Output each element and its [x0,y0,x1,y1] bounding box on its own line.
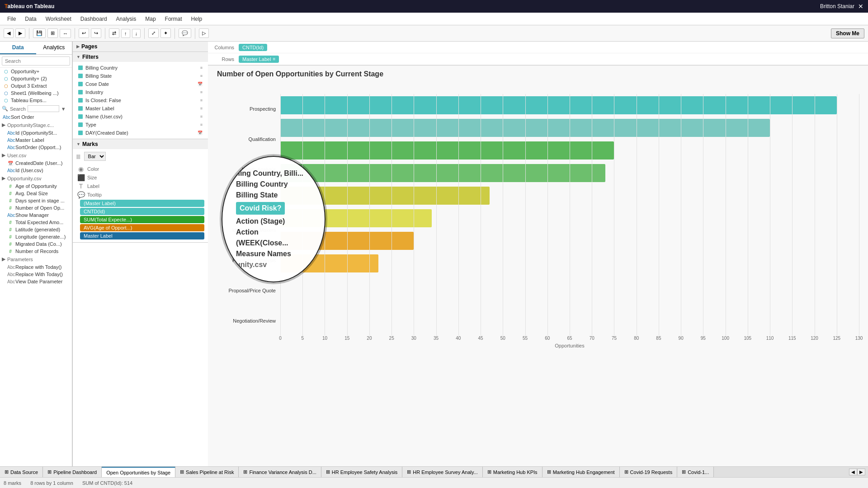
marks-pill-master-label-2[interactable]: Master Label [80,232,204,239]
filter-type[interactable]: Type ≡ [76,121,204,129]
ds-output-3[interactable]: ⬡ Output 3 Extract [0,82,72,89]
menu-dashboard[interactable]: Dashboard [77,15,111,23]
measure-num-records[interactable]: # Number of Records [0,248,72,255]
toolbar-fit[interactable]: ⤢ [148,28,159,38]
dim-master-label[interactable]: Abc Master Label [0,136,72,144]
ds-opportunity-plus-2[interactable]: ⬡ Opportunity+ (2) [0,75,72,82]
menu-data[interactable]: Data [21,15,40,23]
marks-pill-avg-age[interactable]: AVG(Age of Opport...) [80,224,204,231]
chart-bar[interactable] [280,232,414,250]
chart-bar[interactable] [280,187,490,205]
show-me-button[interactable]: Show Me [831,28,864,38]
filter-master-label[interactable]: Master Label ≡ [76,104,204,113]
param-3[interactable]: Abc View Date Parameter [0,278,72,285]
tab-data[interactable]: Data [0,42,36,54]
menu-format[interactable]: Format [161,15,186,23]
user-created-date[interactable]: 📅 CreatedDate (User...) [0,160,72,167]
filter-day-created[interactable]: DAY(Created Date) 📅 [76,129,204,137]
marks-header[interactable]: ▼ Marks [73,139,208,149]
measure-avg-deal[interactable]: # Avg. Deal Size [0,190,72,197]
filter-is-closed[interactable]: Is Closed: False ≡ [76,96,204,104]
dim-sort-order[interactable]: Abc Sort Order [0,113,72,121]
toolbar-forward[interactable]: ▶ [15,28,25,38]
ds-tableau-emps[interactable]: ⬡ Tableau Emps... [0,97,72,104]
tab-open-opps[interactable]: Open Opportunities by Stage [102,467,175,477]
toolbar-back[interactable]: ◀ [4,28,14,38]
tab-pipeline-dashboard[interactable]: ⊞ Pipeline Dashboard [43,467,102,477]
tab-covid-requests[interactable]: ⊞ Covid-19 Requests [620,467,678,477]
tab-analytics[interactable]: Analytics [36,42,72,54]
marks-type-select[interactable]: Bar [84,152,106,161]
filters-header[interactable]: ▼ Filters [73,52,208,62]
tab-sales-pipeline[interactable]: ⊞ Sales Pipeline at Risk [175,467,239,477]
tab-mktg-engagement[interactable]: ⊞ Marketing Hub Engagement [542,467,620,477]
chart-bar[interactable] [280,119,770,137]
tab-mktg-kpis[interactable]: ⊞ Marketing Hub KPIs [483,467,542,477]
section-params[interactable]: ▶ Parameters [0,255,72,263]
ds-opportunity-plus[interactable]: ⬡ Opportunity+ [0,68,72,75]
bar-row[interactable] [280,230,859,252]
menu-map[interactable]: Map [142,15,159,23]
menu-file[interactable]: File [4,15,19,23]
toolbar-connect[interactable]: ↔ [60,29,71,38]
measure-age[interactable]: # Age of Opportunity [0,183,72,190]
param-2[interactable]: Abc Replace With Today() [0,271,72,278]
tab-scroll-right[interactable]: ▶ [857,469,865,475]
bar-row[interactable] [280,117,859,139]
tab-data-source[interactable]: ⊞ Data Source [0,467,43,477]
menu-analysis[interactable]: Analysis [113,15,140,23]
bar-row[interactable] [280,94,859,117]
filter-name-user[interactable]: Name (User.csv) ≡ [76,113,204,121]
menu-worksheet[interactable]: Worksheet [42,15,75,23]
marks-pill-cntd[interactable]: CNTD(Id) [80,208,204,215]
search-section-header[interactable]: 🔍 Search ▼ [0,104,72,113]
pages-header[interactable]: ▶ Pages [73,42,208,52]
filter-billing-state[interactable]: Billing State ≡ [76,72,204,80]
measure-lon[interactable]: # Longitude (generate...) [0,233,72,240]
tab-finance[interactable]: ⊞ Finance Variance Analysis D... [239,467,321,477]
ds-sheet1[interactable]: ⬡ Sheet1 (Wellbeing ...) [0,89,72,97]
section-opp-stage[interactable]: ▶ OpportunityStage.c... [0,121,72,129]
toolbar-new-ds[interactable]: ⊞ [47,28,58,38]
measure-num-open[interactable]: # Number of Open Op... [0,204,72,211]
chart-bar[interactable] [280,209,432,227]
toolbar-sort-asc[interactable]: ↑ [121,29,130,38]
menu-help[interactable]: Help [188,15,206,23]
chart-bar[interactable] [280,164,605,182]
toolbar-swap[interactable]: ⇄ [109,28,119,38]
close-button[interactable]: ✕ [858,3,863,10]
filter-search-input[interactable] [28,105,59,112]
measure-days-spent[interactable]: # Days spent in stage ... [0,197,72,204]
filter-billing-country[interactable]: Billing Country ≡ [76,64,204,72]
user-id[interactable]: Abc Id (User.csv) [0,167,72,174]
toolbar-sort-desc[interactable]: ↓ [132,29,141,38]
bar-row[interactable] [280,139,859,162]
tab-hr-safety[interactable]: ⊞ HR Employee Safety Analysis [321,467,403,477]
search-input[interactable] [2,56,70,66]
section-opp-csv[interactable]: ▶ Opportunity.csv [0,174,72,183]
bar-row[interactable] [280,252,859,275]
rows-pill[interactable]: Master Label ≡ [239,56,279,63]
section-user-csv[interactable]: ▶ User.csv [0,151,72,160]
tab-scroll-left[interactable]: ◀ [849,469,857,475]
measure-total-exp[interactable]: # Total Expected Amo... [0,219,72,226]
marks-pill-sum-total[interactable]: SUM(Total Expecte...) [80,216,204,223]
bar-row[interactable] [280,184,859,207]
chart-bar[interactable] [280,141,614,160]
toolbar-undo[interactable]: ↩ [79,28,89,38]
chart-bar[interactable] [280,254,378,272]
measure-migrated[interactable]: # Migrated Data (Co...) [0,240,72,248]
toolbar-redo[interactable]: ↪ [91,28,101,38]
columns-pill[interactable]: CNTD(Id) [239,44,267,51]
bar-row[interactable] [280,207,859,230]
dim-sort-order-opp[interactable]: Abc SortOrder (Opport...) [0,144,72,151]
bar-row[interactable] [280,162,859,184]
toolbar-present[interactable]: ▷ [199,28,209,38]
measure-show-mgr[interactable]: Abc Show Manager [0,211,72,219]
marks-pill-master-label[interactable]: (Master Label) [80,200,204,207]
toolbar-tooltip[interactable]: 💬 [179,28,191,38]
filter-industry[interactable]: Industry ≡ [76,88,204,96]
measure-lat[interactable]: # Latitude (generated) [0,226,72,233]
param-1[interactable]: Abc Replace with Today() [0,263,72,271]
toolbar-save[interactable]: 💾 [33,28,46,38]
